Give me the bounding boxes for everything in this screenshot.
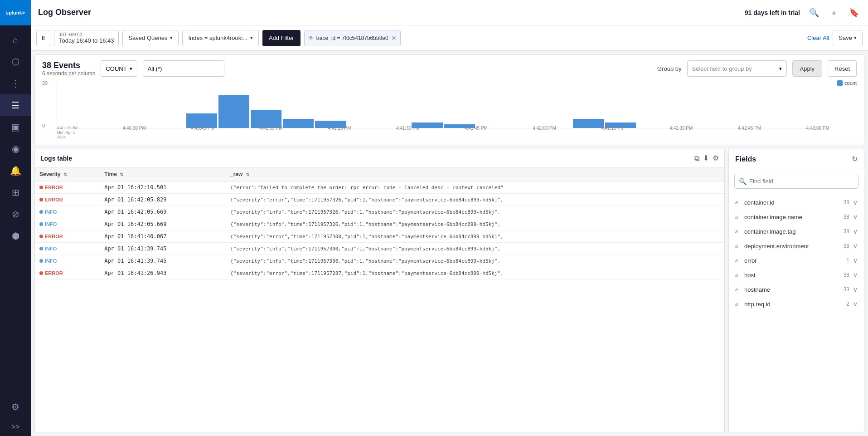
group-by-dropdown[interactable]: Select field to group by ▾ [687, 60, 787, 77]
severity-dot [39, 198, 43, 201]
field-expand-button[interactable]: ∨ [853, 213, 858, 220]
col-raw[interactable]: _raw ⇅ [226, 167, 724, 181]
x-label-5: 4:41:30 PM [396, 126, 419, 139]
top-header: Log Observer 91 days left in trial 🔍 ＋ 🔖 [31, 0, 868, 25]
sidebar-item-robot[interactable]: ◉ [0, 138, 31, 160]
app-logo[interactable]: splunk> [0, 0, 31, 25]
table-row[interactable]: INFOApr 01 16:41:39.745{"severity":"info… [35, 243, 724, 255]
sidebar-item-grid[interactable]: ⊞ [0, 181, 31, 203]
sidebar-item-alerts[interactable]: 🔔 [0, 160, 31, 181]
field-item[interactable]: aerror1∨ [729, 253, 864, 268]
table-scroll: Severity ⇅ Time ⇅ _raw ⇅ ERRORApr 01 16:… [35, 167, 724, 432]
field-count: 33 [844, 286, 849, 293]
chart-bar-5 [218, 95, 249, 128]
add-filter-button[interactable]: Add Filter [262, 30, 301, 46]
add-filter-label: Add Filter [269, 34, 294, 41]
grid-icon: ⊞ [12, 187, 19, 198]
table-row[interactable]: ERRORApr 01 16:42:10.501{"error":"failed… [35, 181, 724, 194]
table-row[interactable]: INFOApr 01 16:42:05.669{"severity":"info… [35, 218, 724, 230]
severity-badge: INFO [39, 221, 57, 227]
field-count: 38 [844, 272, 849, 278]
sidebar-item-network[interactable]: ⬡ [0, 51, 31, 73]
x-label-4: 4:41:15 PM [328, 126, 351, 139]
table-row[interactable]: INFOApr 01 16:41:39.745{"severity":"info… [35, 255, 724, 267]
clear-all-button[interactable]: Clear All [807, 34, 829, 41]
sidebar-item-monitor[interactable]: ▣ [0, 116, 31, 138]
field-type-icon: a [735, 258, 741, 263]
table-row[interactable]: ERRORApr 01 16:41:26.943{"severity":"err… [35, 267, 724, 279]
field-item[interactable]: acontainer.id38∨ [729, 195, 864, 210]
sidebar-item-topology[interactable]: ⋮ [0, 73, 31, 94]
field-type-icon: a [735, 272, 741, 278]
saved-queries-button[interactable]: Saved Queries ▾ [122, 30, 179, 46]
field-item[interactable]: ahost38∨ [729, 268, 864, 282]
lower-area: Logs table ⧉ ⬇ ⚙ Severity ⇅ Time ⇅ _raw … [34, 149, 864, 432]
field-item[interactable]: ahttp.req.id2∨ [729, 297, 864, 311]
open-external-button[interactable]: ⧉ [694, 154, 699, 162]
all-input[interactable] [143, 60, 224, 77]
sidebar-item-database[interactable]: ⬢ [0, 225, 31, 247]
col-severity[interactable]: Severity ⇅ [35, 167, 100, 181]
field-expand-button[interactable]: ∨ [853, 271, 858, 279]
field-type-icon: a [735, 229, 741, 234]
x-label-7: 4:42:00 PM [533, 126, 556, 139]
field-expand-button[interactable]: ∨ [853, 300, 858, 308]
sidebar-expand-btn[interactable]: >> [0, 418, 31, 436]
log-raw: {"severity":"info","time":1711957300,"pi… [226, 243, 724, 255]
sidebar-item-settings[interactable]: ⚙ [0, 396, 31, 418]
field-item[interactable]: acontainer.image.name38∨ [729, 210, 864, 224]
log-raw: {"severity":"info","time":1711957326,"pi… [226, 218, 724, 230]
fields-panel: Fields ↻ 🔍 acontainer.id38∨acontainer.im… [728, 149, 864, 432]
table-row[interactable]: ERRORApr 01 16:42:05.829{"severity":"err… [35, 194, 724, 206]
reset-button[interactable]: Reset [828, 60, 857, 77]
chart-wrapper: 20 0 4:40:15 PM Mon Apr 1 2024 4:40:30 P… [42, 80, 857, 139]
find-field-input[interactable] [734, 174, 858, 189]
time-range-button[interactable]: JST +09:00 Today 16:40 to 16:43 [54, 30, 119, 46]
index-filter-button[interactable]: Index = splunk4rooki... ▾ [182, 30, 258, 46]
chart-area: 38 Events 6 seconds per column COUNT ▾ G… [34, 54, 864, 145]
field-item[interactable]: ahostname33∨ [729, 282, 864, 297]
legend-label: count [844, 80, 857, 86]
settings-button[interactable]: ⚙ [713, 154, 719, 162]
fields-refresh-button[interactable]: ↻ [852, 155, 858, 163]
x-label-1: 4:40:30 PM [123, 126, 146, 139]
logs-table: Severity ⇅ Time ⇅ _raw ⇅ ERRORApr 01 16:… [35, 167, 724, 279]
bookmark-button[interactable]: 🔖 [847, 6, 861, 20]
log-raw: {"severity":"error","time":1711957326,"p… [226, 194, 724, 206]
log-raw: {"error":"failed to complete the order: … [226, 181, 724, 194]
x-label-6: 4:41:45 PM [465, 126, 488, 139]
pause-button[interactable]: ⏸ [36, 30, 50, 46]
search-icon: 🔍 [739, 178, 747, 185]
field-item[interactable]: acontainer.image.tag38∨ [729, 224, 864, 239]
field-count: 1 [846, 257, 849, 264]
x-label-9: 4:42:30 PM [669, 126, 693, 139]
col-time[interactable]: Time ⇅ [100, 167, 226, 181]
sidebar-item-tag[interactable]: ⊘ [0, 203, 31, 225]
filter-chip-label: trace_id = 7f0c54187b6bb8e0 [316, 35, 388, 41]
download-button[interactable]: ⬇ [703, 154, 709, 162]
field-expand-button[interactable]: ∨ [853, 199, 858, 206]
save-button[interactable]: Save ▾ [833, 30, 863, 46]
robot-icon: ◉ [12, 143, 19, 154]
add-button[interactable]: ＋ [828, 5, 840, 20]
trial-badge: 91 days left in trial [745, 9, 800, 16]
save-label: Save [839, 34, 852, 41]
log-time: Apr 01 16:41:40.067 [100, 230, 226, 243]
search-button[interactable]: 🔍 [807, 6, 821, 20]
field-expand-button[interactable]: ∨ [853, 286, 858, 293]
count-dropdown[interactable]: COUNT ▾ [101, 60, 137, 77]
monitor-icon: ▣ [11, 122, 20, 132]
apply-button[interactable]: Apply [792, 60, 823, 77]
sidebar-item-logs[interactable]: ☰ [0, 94, 31, 116]
severity-dot [39, 247, 43, 250]
filter-chip-close-button[interactable]: ✕ [391, 34, 397, 42]
sidebar-item-home[interactable]: ⌂ [0, 29, 31, 51]
field-expand-button[interactable]: ∨ [853, 228, 858, 235]
table-row[interactable]: ERRORApr 01 16:41:40.067{"severity":"err… [35, 230, 724, 243]
tag-icon: ⊘ [12, 209, 19, 220]
field-expand-button[interactable]: ∨ [853, 257, 858, 264]
table-row[interactable]: INFOApr 01 16:42:05.669{"severity":"info… [35, 206, 724, 218]
field-expand-button[interactable]: ∨ [853, 242, 858, 250]
y-label-zero: 0 [42, 123, 56, 128]
field-item[interactable]: adeployment.environment38∨ [729, 239, 864, 253]
